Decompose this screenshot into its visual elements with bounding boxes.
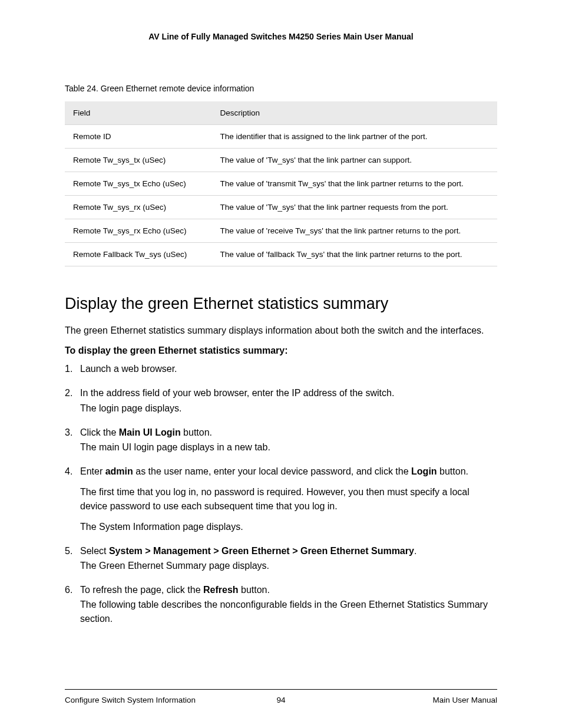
procedure-heading: To display the green Ethernet statistics… [65, 345, 497, 356]
document-header: AV Line of Fully Managed Switches M4250 … [65, 32, 497, 41]
cell-field: Remote ID [65, 125, 212, 149]
device-info-table: Field Description Remote IDThe identifie… [65, 101, 497, 266]
bold-text: Login [411, 466, 437, 476]
table-caption: Table 24. Green Ethernet remote device i… [65, 84, 497, 93]
step-subtext: The login page displays. [80, 401, 497, 415]
step-subtext: The main UI login page displays in a new… [80, 440, 497, 454]
bold-text: Refresh [203, 585, 239, 595]
cell-field: Remote Fallback Tw_sys (uSec) [65, 243, 212, 266]
text-fragment: Click the [80, 427, 119, 437]
cell-desc: The value of 'transmit Tw_sys' that the … [212, 172, 497, 196]
cell-field: Remote Tw_sys_rx (uSec) [65, 196, 212, 219]
step-3: Click the Main UI Login button. The main… [65, 426, 497, 454]
step-4: Enter admin as the user name, enter your… [65, 465, 497, 533]
table-row: Remote Tw_sys_tx (uSec)The value of 'Tw_… [65, 149, 497, 172]
step-paragraph: The first time that you log in, no passw… [80, 485, 497, 512]
cell-field: Remote Tw_sys_tx (uSec) [65, 149, 212, 172]
step-paragraph: The System Information page displays. [80, 520, 497, 533]
cell-desc: The value of 'Tw_sys' that the link part… [212, 196, 497, 219]
cell-desc: The value of 'receive Tw_sys' that the l… [212, 219, 497, 243]
bold-text: System > Management > Green Ethernet > G… [109, 546, 414, 556]
text-fragment: as the user name, enter your local devic… [133, 466, 411, 476]
page-number: 94 [65, 696, 497, 704]
cell-field: Remote Tw_sys_rx Echo (uSec) [65, 219, 212, 243]
step-subtext: The following table describes the noncon… [80, 598, 497, 625]
text-fragment: Enter [80, 466, 105, 476]
cell-desc: The identifier that is assigned to the l… [212, 125, 497, 149]
procedure-steps: Launch a web browser. In the address fie… [65, 362, 497, 625]
step-2: In the address field of your web browser… [65, 386, 497, 414]
bold-text: Main UI Login [119, 427, 181, 437]
page-footer: 94 Configure Switch System Information M… [65, 689, 497, 704]
table-row: Remote Tw_sys_tx Echo (uSec)The value of… [65, 172, 497, 196]
step-6: To refresh the page, click the Refresh b… [65, 583, 497, 625]
section-heading: Display the green Ethernet statistics su… [65, 295, 497, 313]
text-fragment: button. [181, 427, 212, 437]
cell-field: Remote Tw_sys_tx Echo (uSec) [65, 172, 212, 196]
table-header-description: Description [212, 101, 497, 125]
cell-desc: The value of 'Tw_sys' that the link part… [212, 149, 497, 172]
step-text: To refresh the page, click the Refresh b… [80, 583, 497, 597]
bold-text: admin [105, 466, 133, 476]
step-text: In the address field of your web browser… [80, 386, 497, 400]
text-fragment: . [414, 546, 416, 556]
table-row: Remote Tw_sys_rx Echo (uSec)The value of… [65, 219, 497, 243]
step-text: Select System > Management > Green Ether… [80, 544, 497, 558]
step-subtext: The Green Ethernet Summary page displays… [80, 559, 497, 572]
table-row: Remote IDThe identifier that is assigned… [65, 125, 497, 149]
step-5: Select System > Management > Green Ether… [65, 544, 497, 572]
text-fragment: Select [80, 546, 109, 556]
step-text: Click the Main UI Login button. [80, 426, 497, 439]
table-row: Remote Tw_sys_rx (uSec)The value of 'Tw_… [65, 196, 497, 219]
step-1: Launch a web browser. [65, 362, 497, 375]
table-header-field: Field [65, 101, 212, 125]
step-text: Launch a web browser. [80, 362, 497, 375]
text-fragment: To refresh the page, click the [80, 585, 203, 595]
section-intro: The green Ethernet statistics summary di… [65, 324, 497, 337]
table-row: Remote Fallback Tw_sys (uSec)The value o… [65, 243, 497, 266]
text-fragment: button. [437, 466, 468, 476]
step-text: Enter admin as the user name, enter your… [80, 465, 497, 478]
text-fragment: button. [239, 585, 270, 595]
cell-desc: The value of 'fallback Tw_sys' that the … [212, 243, 497, 266]
